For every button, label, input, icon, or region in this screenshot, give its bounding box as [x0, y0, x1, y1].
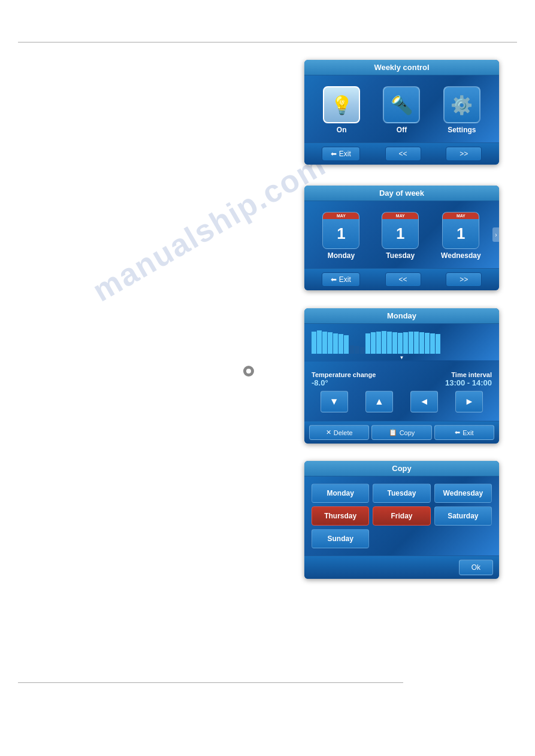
chart-bar-20 [414, 332, 419, 354]
wednesday-day-button[interactable]: MAY 1 Wednesday [441, 212, 480, 260]
chart-bar-11 [365, 333, 370, 354]
off-icon-box: 🔦 [383, 86, 420, 123]
copy-days-grid: Monday Tuesday Wednesday Thursday Friday… [307, 479, 497, 553]
monday-schedule-title: Monday [304, 308, 499, 324]
chart-bar-4 [328, 332, 333, 354]
monday-cal-icon: MAY 1 [322, 212, 359, 249]
temp-time-row: Temperature change -8.0° Time interval 1… [312, 368, 492, 388]
copy-icon: 📋 [389, 429, 397, 436]
copy-saturday-button[interactable]: Saturday [434, 506, 492, 526]
chart-bar-17 [398, 333, 403, 354]
chart-bar-14 [382, 331, 386, 354]
wednesday-label: Wednesday [441, 251, 480, 260]
watermark: manualship.com [86, 146, 332, 308]
chart-bar-13 [376, 332, 381, 354]
schedule-chart [312, 326, 492, 355]
dow-next-button[interactable]: >> [446, 272, 482, 287]
bottom-rule [18, 682, 403, 683]
on-button[interactable]: 💡 On [323, 86, 360, 134]
copy-thursday-button[interactable]: Thursday [312, 506, 369, 526]
monday-label: Monday [328, 251, 355, 260]
time-interval-section: Time interval 13:00 - 14:00 [445, 371, 492, 387]
settings-icon-box: ⚙️ [443, 86, 480, 123]
monday-schedule-content: Temperature change -8.0° Time interval 1… [304, 362, 499, 421]
dow-exit-button[interactable]: ⬅ Exit [322, 272, 360, 287]
temp-change-value: -8.0° [312, 378, 376, 387]
chart-bar-2 [317, 330, 322, 354]
weekly-prev-button[interactable]: << [385, 147, 421, 161]
on-icon-box: 💡 [323, 86, 360, 123]
tuesday-cal-top: MAY [382, 212, 418, 219]
copy-panel: Copy Monday Tuesday Wednesday Thursday F… [304, 461, 499, 579]
weekly-control-panel: Weekly control 💡 On 🔦 Off ⚙️ [304, 60, 499, 165]
schedule-chart-container: ▼ [304, 324, 499, 360]
weekly-exit-button[interactable]: ⬅ Exit [322, 147, 360, 161]
chart-bar-9-low [355, 346, 359, 354]
time-interval-label: Time interval [445, 371, 492, 378]
chart-bar-15 [387, 332, 392, 354]
delete-icon: ✕ [326, 429, 331, 436]
time-next-button[interactable]: ► [455, 391, 483, 412]
copy-footer: Ok [304, 555, 499, 579]
chart-bar-18 [403, 332, 408, 354]
copy-tuesday-button[interactable]: Tuesday [373, 484, 430, 503]
copy-content: Monday Tuesday Wednesday Thursday Friday… [304, 476, 499, 555]
chart-indicator: ▼ [312, 355, 492, 360]
weekly-next-button[interactable]: >> [446, 147, 482, 161]
monday-day-button[interactable]: MAY 1 Monday [322, 212, 359, 260]
temp-up-button[interactable]: ▲ [365, 391, 393, 412]
settings-label: Settings [448, 126, 476, 134]
settings-button[interactable]: ⚙️ Settings [443, 86, 480, 134]
chart-bar-21 [419, 332, 424, 354]
chart-bar-8-low [349, 345, 354, 354]
tuesday-label: Tuesday [386, 251, 415, 260]
dow-prev-button[interactable]: << [385, 272, 421, 287]
delete-button[interactable]: ✕ Delete [309, 425, 369, 440]
wednesday-cal-icon: MAY 1 [442, 212, 479, 249]
wednesday-cal-num: 1 [443, 219, 479, 248]
monday-schedule-footer: ✕ Delete 📋 Copy ⬅ Exit [304, 421, 499, 444]
dow-exit-icon: ⬅ [331, 275, 337, 284]
off-button[interactable]: 🔦 Off [383, 86, 420, 134]
tuesday-cal-num: 1 [382, 219, 418, 248]
ok-button[interactable]: Ok [459, 560, 493, 575]
chart-bar-12 [371, 332, 376, 354]
temperature-section: Temperature change -8.0° [312, 371, 376, 387]
copy-monday-button[interactable]: Monday [312, 484, 369, 503]
right-chevron-icon[interactable]: › [492, 227, 499, 242]
chart-bar-19 [409, 332, 413, 354]
day-of-week-footer: ⬅ Exit << >> [304, 268, 499, 290]
monday-cal-top: MAY [323, 212, 359, 219]
tuesday-cal-icon: MAY 1 [382, 212, 419, 249]
copy-title: Copy [304, 461, 499, 476]
exit-icon: ⬅ [331, 150, 337, 158]
chart-bar-23 [430, 333, 435, 354]
wednesday-cal-top: MAY [443, 212, 479, 219]
copy-sunday-button[interactable]: Sunday [312, 529, 369, 548]
chart-bar-5 [333, 333, 338, 354]
weekly-control-title: Weekly control [304, 60, 499, 75]
copy-button[interactable]: 📋 Copy [371, 425, 431, 440]
chart-bar-7 [344, 335, 349, 354]
chart-bar-22 [425, 333, 430, 354]
day-of-week-content: MAY 1 Monday MAY 1 Tuesday MAY 1 Wednes [304, 201, 499, 268]
chart-bar-24 [436, 334, 440, 354]
top-rule [18, 42, 517, 42]
copy-wednesday-button[interactable]: Wednesday [434, 484, 492, 503]
monday-cal-num: 1 [323, 219, 359, 248]
chart-bar-10-low [360, 347, 365, 354]
time-interval-value: 13:00 - 14:00 [445, 378, 492, 387]
weekly-control-footer: ⬅ Exit << >> [304, 142, 499, 165]
chart-bar-3 [322, 332, 327, 354]
copy-friday-button[interactable]: Friday [373, 506, 430, 526]
chart-bar-16 [392, 332, 397, 354]
temp-change-label: Temperature change [312, 371, 376, 378]
monday-exit-icon: ⬅ [455, 429, 460, 436]
chart-bar-6 [338, 334, 343, 354]
temp-down-button[interactable]: ▼ [321, 391, 348, 412]
time-prev-button[interactable]: ◄ [410, 391, 438, 412]
monday-schedule-panel: Monday [304, 308, 499, 444]
monday-exit-button[interactable]: ⬅ Exit [434, 425, 494, 440]
tuesday-day-button[interactable]: MAY 1 Tuesday [382, 212, 419, 260]
off-label: Off [397, 126, 407, 134]
